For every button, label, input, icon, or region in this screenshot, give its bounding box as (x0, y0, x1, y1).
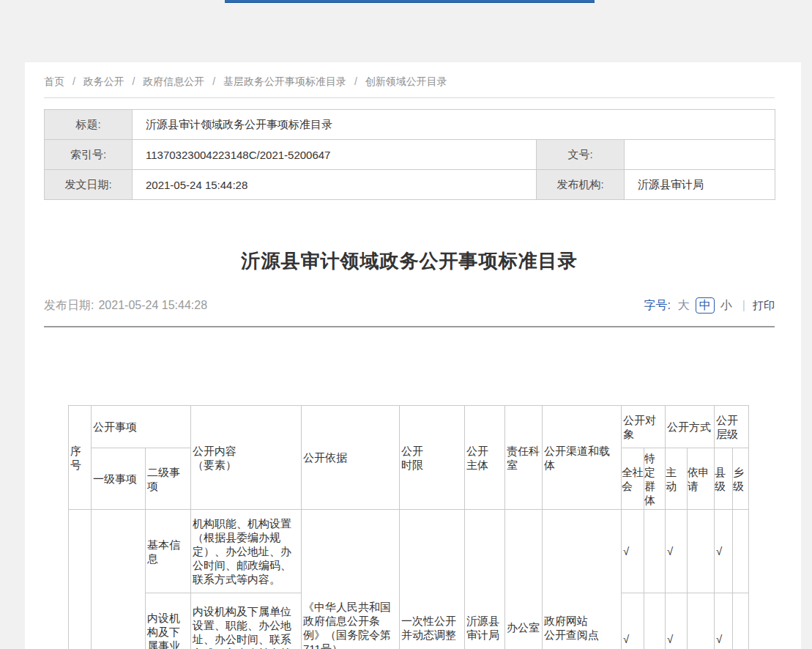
cell-checkmark-audience-all: √ (622, 510, 644, 593)
breadcrumb-separator: / (354, 75, 357, 87)
meta-title-value: 沂源县审计领域政务公开事项标准目录 (133, 110, 775, 140)
meta-index-value: 11370323004223148C/2021-5200647 (133, 140, 537, 170)
breadcrumb-divider (44, 97, 775, 98)
meta-row-title: 标题: 沂源县审计领域政务公开事项标准目录 (45, 110, 775, 140)
col-header-level-county: 县 级 (715, 448, 733, 510)
cell-dept: 办公室 (505, 510, 543, 649)
breadcrumb-separator: / (212, 75, 215, 87)
col-header-level1: 一级事项 (92, 448, 146, 510)
breadcrumb-jiceng-catalog[interactable]: 基层政务公开事项标准目录 (223, 75, 346, 87)
breadcrumb-separator: / (133, 75, 135, 87)
meta-docnum-value (625, 140, 775, 170)
font-size-medium-button[interactable]: 中 (696, 297, 715, 314)
cell-level-town (733, 510, 749, 593)
col-header-method-active: 主 动 (666, 448, 688, 510)
cell-audience-specific (644, 510, 666, 593)
article-meta-bar: 发布日期:2021-05-24 15:44:28 字号: 大 中 小 | 打印 (44, 297, 775, 314)
font-size-label: 字号: (644, 298, 670, 314)
cell-checkmark-method-active: √ (666, 593, 688, 649)
breadcrumb-chuangxin-catalog[interactable]: 创新领域公开目录 (365, 75, 447, 87)
cell-level2: 内设机构及下属事业单位 (146, 593, 191, 649)
top-nav-bar-remnant (225, 0, 595, 3)
col-header-level2: 二级事项 (146, 448, 191, 510)
col-header-audience-all: 全社 会 (622, 448, 644, 510)
cell-subject: 沂源县审计局 (465, 510, 505, 649)
page: 首页 / 政务公开 / 政府信息公开 / 基层政务公开事项标准目录 / 创新领域… (0, 0, 812, 649)
catalog-header-row-1: 序号 公开事项 公开内容 （要素） 公开依据 公开 时限 公开 主体 责任科室 … (69, 406, 749, 448)
meta-agency-value: 沂源县审计局 (625, 170, 775, 200)
catalog-table: 序号 公开事项 公开内容 （要素） 公开依据 公开 时限 公开 主体 责任科室 … (68, 405, 749, 649)
col-header-basis: 公开依据 (302, 406, 400, 510)
cell-audience-specific (644, 593, 666, 649)
col-header-audience-specific: 特 定 群 体 (644, 448, 666, 510)
cell-checkmark-method-active: √ (666, 510, 688, 593)
cell-method-request (688, 510, 715, 593)
font-size-large-button[interactable]: 大 (678, 298, 690, 314)
meta-index-label: 索引号: (45, 140, 133, 170)
article-divider (44, 326, 775, 327)
col-header-serial: 序号 (69, 406, 92, 510)
meta-date-label: 发文日期: (45, 170, 133, 200)
cell-checkmark-level-county: √ (715, 593, 733, 649)
col-header-subject: 公开 主体 (465, 406, 505, 510)
meta-row-index: 索引号: 11370323004223148C/2021-5200647 文号: (45, 140, 775, 170)
cell-channels: 政府网站 公开查阅点 (543, 510, 622, 649)
page-title: 沂源县审计领域政务公开事项标准目录 (44, 248, 775, 274)
content-card: 首页 / 政务公开 / 政府信息公开 / 基层政务公开事项标准目录 / 创新领域… (25, 62, 801, 649)
cell-checkmark-audience-all: √ (622, 593, 644, 649)
print-button[interactable]: 打印 (753, 299, 775, 313)
document-meta-table: 标题: 沂源县审计领域政务公开事项标准目录 索引号: 1137032300422… (44, 109, 775, 200)
col-header-level: 公开 层级 (715, 406, 749, 448)
col-header-time-limit: 公开 时限 (400, 406, 465, 510)
cell-content: 机构职能、机构设置（根据县委编办规定）、办公地址、办公时间、邮政编码、联系方式等… (191, 510, 302, 593)
col-header-method-request: 依申 请 (688, 448, 715, 510)
controls-separator: | (742, 299, 745, 312)
col-header-public-matters: 公开事项 (92, 406, 191, 448)
meta-date-value: 2021-05-24 15:44:28 (133, 170, 537, 200)
col-header-audience: 公开对象 (622, 406, 666, 448)
col-header-method: 公开方式 (666, 406, 715, 448)
col-header-content: 公开内容 （要素） (191, 406, 302, 510)
col-header-dept: 责任科室 (505, 406, 543, 510)
breadcrumb-zhengfu-xinxi-gongkai[interactable]: 政府信息公开 (143, 75, 204, 87)
cell-level-town (733, 593, 749, 649)
font-size-small-button[interactable]: 小 (720, 298, 732, 314)
col-header-channels: 公开渠道和载体 (543, 406, 622, 510)
meta-title-label: 标题: (45, 110, 133, 140)
meta-docnum-label: 文号: (537, 140, 625, 170)
meta-agency-label: 发布机构: (537, 170, 625, 200)
cell-time-limit: 一次性公开并动态调整 (400, 510, 465, 649)
cell-level2: 基本信息 (146, 510, 191, 593)
cell-checkmark-level-county: √ (715, 510, 733, 593)
cell-method-request (688, 593, 715, 649)
catalog-table-wrap: 序号 公开事项 公开内容 （要素） 公开依据 公开 时限 公开 主体 责任科室 … (68, 405, 775, 649)
cell-level1 (92, 510, 146, 649)
meta-row-date: 发文日期: 2021-05-24 15:44:28 发布机构: 沂源县审计局 (45, 170, 775, 200)
cell-basis: 《中华人民共和国政府信息公开条例》（国务院令第711号） (302, 510, 400, 649)
publish-date: 发布日期:2021-05-24 15:44:28 (44, 298, 207, 314)
font-size-controls: 字号: 大 中 小 | 打印 (644, 297, 775, 314)
cell-content: 内设机构及下属单位设置、职能、办公地址、办公时间、联系方式、负责人姓名等信息。 (191, 593, 302, 649)
breadcrumb-zhengwu-gongkai[interactable]: 政务公开 (83, 75, 124, 87)
table-row: 基本信息 机构职能、机构设置（根据县委编办规定）、办公地址、办公时间、邮政编码、… (69, 510, 749, 593)
breadcrumb: 首页 / 政务公开 / 政府信息公开 / 基层政务公开事项标准目录 / 创新领域… (44, 74, 775, 89)
col-header-level-town: 乡 级 (733, 448, 749, 510)
publish-date-label: 发布日期: (44, 299, 94, 311)
breadcrumb-separator: / (72, 75, 75, 87)
publish-date-value: 2021-05-24 15:44:28 (98, 299, 207, 311)
breadcrumb-home[interactable]: 首页 (44, 75, 64, 87)
cell-serial (69, 510, 92, 649)
